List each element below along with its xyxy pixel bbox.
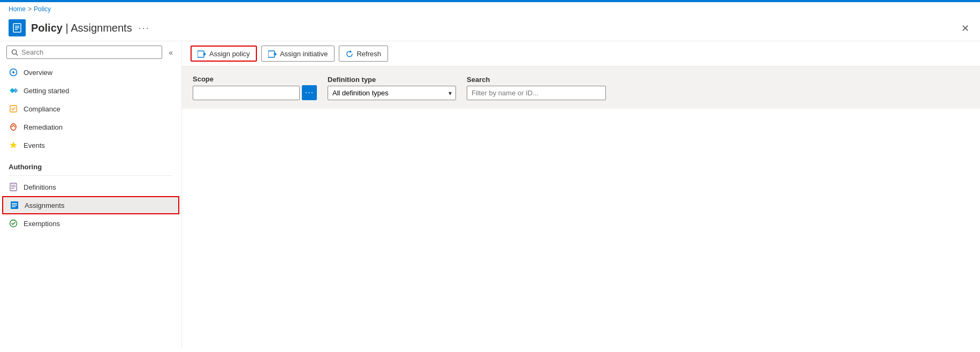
definition-type-select[interactable]: All definition types Policy Initiative — [328, 86, 456, 100]
svg-rect-15 — [12, 205, 17, 206]
close-button[interactable]: ✕ — [959, 20, 971, 36]
main-layout: « Overview Getting started — [0, 41, 980, 348]
scope-filter-group: Scope ··· — [193, 75, 317, 100]
title-light: Assignments — [71, 22, 132, 34]
sidebar-item-compliance-label: Compliance — [24, 105, 60, 113]
compliance-icon — [9, 104, 18, 114]
events-icon — [9, 140, 18, 150]
scope-dots-button[interactable]: ··· — [302, 85, 317, 100]
search-input[interactable] — [21, 48, 157, 56]
sidebar-item-getting-started-label: Getting started — [24, 87, 69, 95]
svg-rect-11 — [11, 186, 16, 187]
definition-type-label: Definition type — [328, 76, 456, 84]
sidebar-item-assignments-label: Assignments — [25, 201, 64, 209]
assign-policy-icon — [197, 49, 206, 58]
sidebar: « Overview Getting started — [0, 41, 182, 348]
page-icon — [9, 19, 26, 36]
sidebar-item-exemptions[interactable]: Exemptions — [0, 214, 181, 233]
assign-initiative-label: Assign initiative — [280, 50, 328, 58]
sidebar-item-compliance[interactable]: Compliance — [0, 100, 181, 118]
definitions-icon — [9, 182, 18, 192]
authoring-divider — [9, 175, 173, 176]
sidebar-item-overview-label: Overview — [24, 69, 52, 77]
sidebar-item-overview[interactable]: Overview — [0, 63, 181, 81]
assign-policy-label: Assign policy — [209, 50, 250, 58]
svg-rect-14 — [12, 203, 17, 204]
search-filter-group: Search — [467, 76, 606, 100]
definition-type-filter-group: Definition type All definition types Pol… — [328, 76, 456, 100]
svg-rect-18 — [197, 51, 204, 57]
content-body — [182, 109, 980, 348]
more-options-button[interactable]: ··· — [139, 23, 150, 34]
sidebar-item-events[interactable]: Events — [0, 136, 181, 154]
sidebar-item-definitions-label: Definitions — [24, 183, 56, 191]
sidebar-item-definitions[interactable]: Definitions — [0, 178, 181, 196]
scope-input-row: ··· — [193, 85, 317, 100]
svg-line-5 — [16, 54, 18, 55]
svg-rect-19 — [268, 51, 275, 57]
toolbar: Assign policy Assign initiative — [182, 41, 980, 66]
sidebar-item-getting-started[interactable]: Getting started — [0, 81, 181, 100]
scope-label: Scope — [193, 75, 317, 83]
svg-rect-12 — [11, 188, 14, 189]
remediation-icon — [9, 122, 18, 132]
search-icon — [11, 49, 18, 56]
collapse-button[interactable]: « — [166, 47, 175, 58]
assign-policy-button[interactable]: Assign policy — [191, 46, 257, 62]
search-filter-label: Search — [467, 76, 606, 84]
breadcrumb: Home > Policy — [0, 2, 980, 16]
overview-icon — [9, 68, 18, 77]
search-box[interactable] — [6, 46, 162, 59]
svg-point-7 — [12, 71, 14, 73]
sidebar-item-remediation-label: Remediation — [24, 123, 63, 131]
breadcrumb-policy[interactable]: Policy — [34, 5, 51, 13]
content-area: Assign policy Assign initiative — [182, 41, 980, 348]
scope-input[interactable] — [193, 86, 300, 100]
sidebar-item-assignments[interactable]: Assignments — [2, 196, 179, 214]
title-bold: Policy — [31, 22, 63, 34]
page-header: Policy | Assignments ··· ✕ — [0, 16, 980, 41]
search-container: « — [0, 41, 181, 63]
sidebar-item-events-label: Events — [24, 141, 45, 149]
svg-rect-3 — [15, 29, 18, 30]
assign-initiative-button[interactable]: Assign initiative — [261, 46, 335, 62]
sidebar-item-exemptions-label: Exemptions — [24, 220, 60, 228]
svg-rect-2 — [15, 27, 19, 28]
filter-bar: Scope ··· Definition type All definition… — [182, 66, 980, 109]
svg-rect-16 — [12, 206, 16, 207]
refresh-label: Refresh — [356, 50, 381, 58]
breadcrumb-separator: > — [28, 5, 32, 13]
refresh-icon — [346, 49, 353, 58]
assign-initiative-icon — [268, 49, 277, 58]
definition-type-select-wrapper: All definition types Policy Initiative — [328, 86, 456, 100]
assignments-icon — [10, 200, 19, 210]
refresh-button[interactable]: Refresh — [339, 46, 388, 62]
page-title: Policy | Assignments — [31, 22, 132, 34]
getting-started-icon — [9, 86, 18, 95]
authoring-header: Authoring — [0, 154, 181, 173]
svg-point-4 — [12, 49, 16, 54]
exemptions-icon — [9, 219, 18, 228]
search-filter-input[interactable] — [467, 86, 606, 100]
breadcrumb-home[interactable]: Home — [9, 5, 26, 13]
svg-rect-10 — [11, 185, 16, 185]
title-separator: | — [63, 22, 71, 34]
sidebar-item-remediation[interactable]: Remediation — [0, 118, 181, 136]
svg-rect-1 — [15, 26, 19, 27]
